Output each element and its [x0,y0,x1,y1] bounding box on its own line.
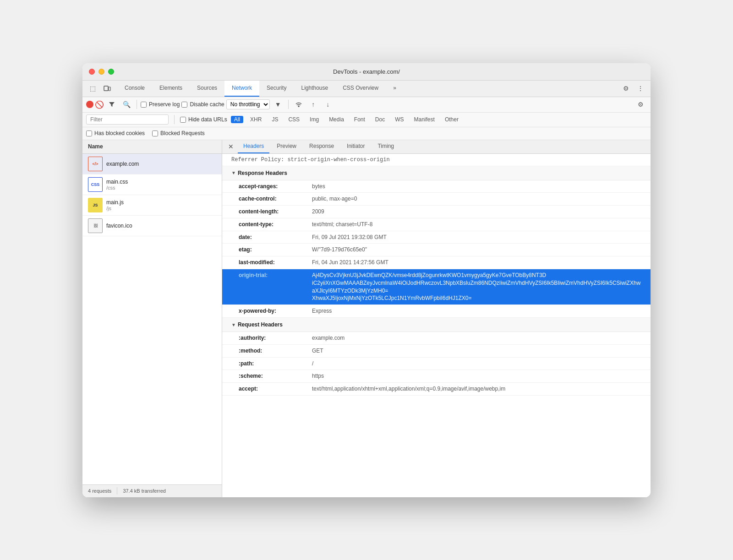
tab-bar-right-icons: ⚙ ⋮ [619,82,647,95]
traffic-lights [89,69,114,75]
tab-more[interactable]: » [386,80,404,97]
tab-sources[interactable]: Sources [190,80,224,97]
maximize-button[interactable] [108,69,114,75]
header-value: text/html; charset=UTF-8 [312,221,372,228]
filter-sep [174,115,175,124]
css-file-icon: CSS [88,177,103,192]
header-value: example.com [312,334,345,342]
header-value: GET [312,347,323,355]
filter-type-ws[interactable]: WS [392,116,407,123]
device-toggle-icon[interactable] [101,82,114,95]
header-name: :method: [239,347,312,355]
headers-content: Referrer Policy: strict-origin-when-cros… [222,154,651,497]
hide-data-urls-input[interactable] [180,117,186,123]
more-options-icon[interactable]: ⋮ [634,82,647,95]
header-value: Fri, 04 Jun 2021 14:27:56 GMT [312,259,388,266]
headers-tab-initiator[interactable]: Initiator [341,140,370,154]
filter-type-css[interactable]: CSS [285,116,303,123]
header-value: https [312,372,324,380]
has-blocked-cookies-input[interactable] [86,130,92,136]
wifi-icon[interactable] [292,98,305,111]
tab-network[interactable]: Network [224,80,259,97]
tab-css-overview[interactable]: CSS Overview [335,80,386,97]
throttle-arrow-icon[interactable]: ▼ [272,98,284,111]
response-headers-section[interactable]: ▼ Response Headers [222,166,651,180]
filter-type-manifest[interactable]: Manifest [411,116,438,123]
preserve-log-input[interactable] [141,102,147,108]
upload-icon[interactable]: ↑ [307,98,320,111]
download-icon[interactable]: ↓ [322,98,334,111]
file-item[interactable]: </> example.com [82,154,222,174]
filter-type-media[interactable]: Media [326,116,347,123]
file-item[interactable]: JS main.js /js [82,195,222,216]
header-row: cache-control: public, max-age=0 [222,193,651,206]
settings-icon[interactable]: ⚙ [619,82,632,95]
header-name: accept-ranges: [239,183,312,190]
file-item[interactable]: 🖼 favicon.ico [82,216,222,236]
filter-type-xhr[interactable]: XHR [247,116,265,123]
filter-type-other[interactable]: Other [442,116,462,123]
filter-type-img[interactable]: Img [306,116,322,123]
filter-type-doc[interactable]: Doc [372,116,388,123]
minimize-button[interactable] [98,69,104,75]
header-value: Fri, 09 Jul 2021 19:32:08 GMT [312,234,387,241]
header-name: :authority: [239,334,312,342]
settings-gear-icon[interactable]: ⚙ [634,98,647,111]
blocked-requests-label[interactable]: Blocked Requests [152,130,205,136]
devtools-window: DevTools - example.com/ ⬚ Console Elemen… [82,63,651,497]
close-button[interactable] [89,69,95,75]
header-name: :scheme: [239,372,312,380]
disable-cache-input[interactable] [181,102,187,108]
tab-console[interactable]: Console [117,80,152,97]
filter-input[interactable] [86,114,169,125]
header-value: W/"7d9-179d76c65e0" [312,246,367,254]
header-row: content-type: text/html; charset=UTF-8 [222,218,651,231]
tab-bar: ⬚ Console Elements Sources Network Secur… [82,81,651,97]
filter-type-all[interactable]: All [231,116,243,123]
file-info: favicon.ico [106,223,132,229]
blocked-requests-input[interactable] [152,130,158,136]
header-row: :path: / [222,358,651,370]
titlebar: DevTools - example.com/ [82,63,651,81]
toolbar-separator-2 [288,100,289,109]
file-list: </> example.com CSS main.css /css [82,154,222,484]
header-row: accept: text/html,application/xhtml+xml,… [222,383,651,396]
headers-tab-timing[interactable]: Timing [372,140,399,154]
origin-trial-row: origin-trial: Aj4DysCv3VjknU3jJvkDEwnQZK… [222,269,651,305]
headers-tab-preview[interactable]: Preview [271,140,302,154]
header-row: etag: W/"7d9-179d76c65e0" [222,244,651,256]
filter-type-font[interactable]: Font [351,116,368,123]
cursor-icon[interactable]: ⬚ [86,82,99,95]
header-row: :method: GET [222,345,651,358]
throttle-select[interactable]: No throttling [226,99,270,109]
header-name: last-modified: [239,259,312,266]
disable-cache-checkbox[interactable]: Disable cache [181,101,224,108]
header-row: x-powered-by: Express [222,305,651,318]
devtools-body: ⬚ Console Elements Sources Network Secur… [82,81,651,497]
search-button[interactable]: 🔍 [120,98,133,111]
svg-rect-1 [109,87,110,91]
file-name: main.css [106,179,128,185]
preserve-log-checkbox[interactable]: Preserve log [141,101,180,108]
request-headers-section[interactable]: ▼ Request Headers [222,318,651,332]
clear-button[interactable]: 🚫 [95,100,104,109]
header-row: date: Fri, 09 Jul 2021 19:32:08 GMT [222,231,651,244]
tab-elements[interactable]: Elements [152,80,190,97]
network-toolbar: 🚫 🔍 Preserve log Disable cache No thrott… [82,97,651,113]
ico-file-icon: 🖼 [88,218,103,233]
tab-lighthouse[interactable]: Lighthouse [294,80,335,97]
requests-count: 4 requests [88,488,111,494]
request-headers-title: Request Headers [238,321,283,328]
hide-data-urls-checkbox[interactable]: Hide data URLs [180,116,227,123]
filter-row: Hide data URLs All XHR JS CSS Img Media … [82,113,651,127]
panel-close-button[interactable]: ✕ [226,141,236,152]
record-button[interactable] [86,101,93,108]
tab-security[interactable]: Security [259,80,294,97]
headers-tab-response[interactable]: Response [304,140,339,154]
has-blocked-cookies-label[interactable]: Has blocked cookies [86,130,145,136]
header-name: x-powered-by: [239,307,312,315]
filter-button[interactable] [105,98,118,111]
headers-tab-headers[interactable]: Headers [238,140,269,154]
filter-type-js[interactable]: JS [268,116,281,123]
file-item[interactable]: CSS main.css /css [82,174,222,195]
